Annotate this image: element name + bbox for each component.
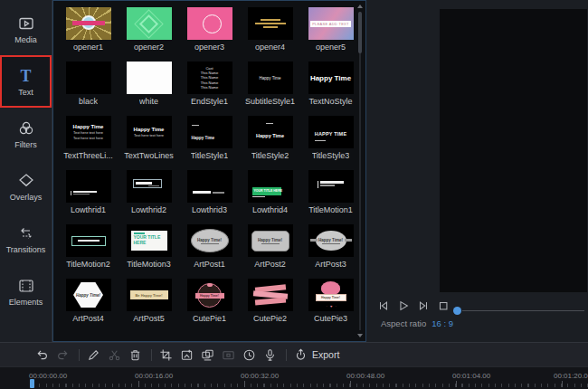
template-item-artpost4[interactable]: Happy Time! ArtPost4 <box>58 279 119 333</box>
play-icon[interactable] <box>397 299 410 312</box>
template-thumbnail: Happy Time <box>248 62 293 94</box>
template-label: TitleMotion2 <box>66 260 110 269</box>
template-label: SubtitleStyle1 <box>245 97 295 106</box>
edit-toolbar: Export <box>0 342 588 366</box>
seek-bar[interactable] <box>453 306 584 315</box>
template-thumbnail: Happy Time <box>308 62 354 94</box>
seek-handle[interactable] <box>453 307 461 315</box>
video-editor-window: Media T Text Filters Overlays <box>0 0 588 389</box>
template-grid: opener1 opener2 opener3 opener4 PLEASE A… <box>53 1 365 333</box>
stop-icon[interactable] <box>437 299 450 312</box>
main-area: Media T Text Filters Overlays <box>0 0 588 342</box>
undo-icon[interactable] <box>35 348 49 362</box>
sidebar-item-filters[interactable]: Filters <box>0 108 52 160</box>
template-item-artpost1[interactable]: Happy Time! ArtPost1 <box>179 224 240 279</box>
template-item-titlemotion2[interactable]: TitleMotion2 <box>58 224 119 279</box>
template-label: TitleStyle2 <box>251 151 289 160</box>
sidebar-label-transitions: Transitions <box>6 245 46 254</box>
template-item-cutepie3[interactable]: Happy Time!· ♥ · CutePie3 <box>300 279 361 333</box>
template-thumbnail: Happy Time! <box>308 224 354 257</box>
template-item-lowthrid2[interactable]: Lowthrid2 <box>119 170 179 224</box>
template-item-textthreelines[interactable]: Happy TimeText here text hereText here t… <box>58 116 119 170</box>
template-item-titlestyle1[interactable]: Happy Time TitleStyle1 <box>179 116 240 170</box>
delete-trash-icon[interactable] <box>128 348 142 362</box>
template-item-lowthrid1[interactable]: Lowthrid1 <box>58 170 119 224</box>
scroll-up-icon[interactable] <box>357 5 363 8</box>
template-item-cutepie2[interactable]: CutePie2 <box>240 279 300 333</box>
overlays-icon <box>17 172 35 190</box>
template-item-lowthrid4[interactable]: YOUR TITLE HERE Lowthrid4 <box>240 170 300 224</box>
template-label: black <box>79 97 98 106</box>
template-item-opener1[interactable]: opener1 <box>58 7 119 62</box>
template-item-endstyle1[interactable]: CastThis NameThis NameThis NameThis Name… <box>179 62 240 116</box>
template-item-textnostyle[interactable]: Happy Time TextNoStyle <box>300 62 361 116</box>
scroll-down-icon[interactable] <box>357 334 363 337</box>
sidebar-label-filters: Filters <box>14 140 37 149</box>
template-item-lowthrid3[interactable]: Lowthrid3 <box>179 170 240 224</box>
template-label: ArtPost4 <box>72 314 104 323</box>
template-item-titlemotion1[interactable]: TitleMotion1 <box>300 170 361 224</box>
template-thumbnail: YOUR TITLE HERE <box>127 224 172 257</box>
filters-icon <box>17 119 35 138</box>
preview-panel: Aspect ratio16 : 9 <box>366 0 588 342</box>
template-item-artpost5[interactable]: Be Happy Time! ArtPost5 <box>119 279 179 333</box>
sidebar-item-media[interactable]: Media <box>0 3 52 55</box>
template-item-cutepie1[interactable]: Happy Time! CutePie1 <box>179 279 240 333</box>
templates-scrollbar[interactable] <box>356 3 364 339</box>
template-thumbnail: Happy Time <box>248 116 293 148</box>
playhead[interactable] <box>30 379 34 388</box>
template-thumbnail <box>187 170 232 203</box>
aspect-ratio-value[interactable]: 16 : 9 <box>432 318 453 328</box>
sidebar-item-overlays[interactable]: Overlays <box>0 160 52 213</box>
template-label: white <box>139 97 158 106</box>
export-button[interactable]: Export <box>294 348 339 362</box>
previous-frame-icon[interactable] <box>377 299 390 312</box>
template-thumbnail <box>187 7 232 40</box>
template-item-white[interactable]: white <box>119 62 179 116</box>
template-thumbnail <box>127 170 172 203</box>
freeze-frame-icon[interactable] <box>201 348 214 362</box>
template-item-opener5[interactable]: PLEASE ADD TEXT opener5 <box>300 7 361 62</box>
template-item-titlestyle2[interactable]: Happy Time TitleStyle2 <box>240 116 300 170</box>
template-item-subtitlestyle1[interactable]: Happy Time SubtitleStyle1 <box>240 62 300 116</box>
text-icon: T <box>17 67 35 85</box>
voiceover-mic-icon[interactable] <box>263 348 277 362</box>
split-scissors-icon[interactable] <box>108 348 121 362</box>
elements-icon <box>17 277 35 295</box>
template-label: TextNoStyle <box>308 97 352 106</box>
sidebar-item-transitions[interactable]: Transitions <box>0 213 52 265</box>
template-item-titlestyle3[interactable]: HAPPY TIME TitleStyle3 <box>300 116 361 170</box>
template-label: ArtPost3 <box>315 260 346 269</box>
sidebar-label-elements: Elements <box>9 298 43 307</box>
template-item-black[interactable]: black <box>58 62 119 116</box>
sidebar-item-text[interactable]: T Text <box>0 55 52 108</box>
zoom-frame-icon[interactable] <box>180 348 194 362</box>
template-thumbnail <box>66 7 111 40</box>
template-label: TitleMotion1 <box>308 205 353 214</box>
template-item-titlemotion3[interactable]: YOUR TITLE HERE TitleMotion3 <box>119 224 179 279</box>
template-item-texttwolines[interactable]: Happy TimeText here text here TextTwoLin… <box>119 116 179 170</box>
sidebar-item-elements[interactable]: Elements <box>0 265 52 318</box>
timeline-ruler[interactable]: 00:00:00.00 00:00:16.00 00:00:32.00 00:0… <box>0 366 588 389</box>
mosaic-icon[interactable] <box>222 348 235 362</box>
template-item-opener4[interactable]: opener4 <box>240 7 300 62</box>
template-label: opener1 <box>73 43 103 52</box>
template-item-opener2[interactable]: opener2 <box>119 7 179 62</box>
template-item-artpost2[interactable]: Happy Time! ArtPost2 <box>240 224 300 279</box>
sidebar-label-media: Media <box>14 35 37 44</box>
template-label: ArtPost1 <box>194 260 225 269</box>
duration-clock-icon[interactable] <box>242 348 256 362</box>
template-thumbnail <box>248 279 293 311</box>
edit-pencil-icon[interactable] <box>87 348 100 362</box>
template-item-opener3[interactable]: opener3 <box>179 7 240 62</box>
template-thumbnail: Happy Time! <box>187 224 232 257</box>
scrollbar-thumb[interactable] <box>358 12 362 53</box>
template-item-artpost3[interactable]: Happy Time! ArtPost3 <box>300 224 361 279</box>
redo-icon[interactable] <box>56 348 70 362</box>
transitions-icon <box>17 224 35 242</box>
media-icon <box>17 14 35 33</box>
aspect-ratio-label: Aspect ratio <box>381 318 426 328</box>
crop-icon[interactable] <box>159 348 173 362</box>
next-frame-icon[interactable] <box>417 299 430 312</box>
template-thumbnail <box>66 62 111 94</box>
